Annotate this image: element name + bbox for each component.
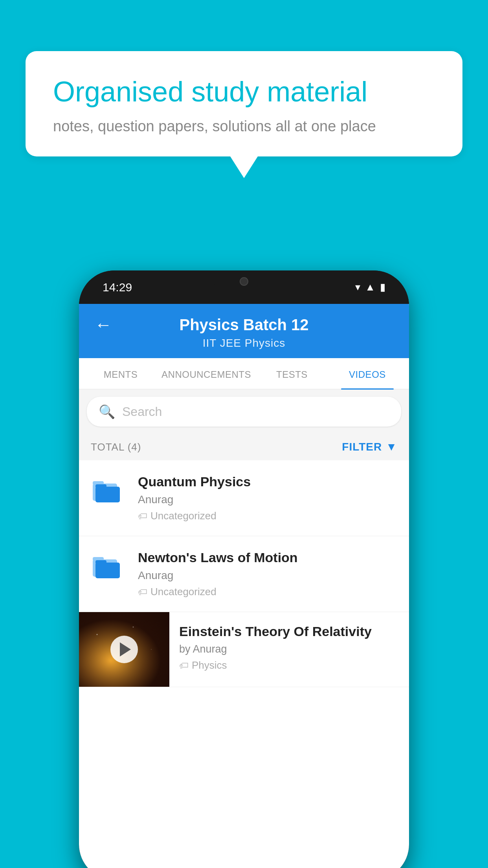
folder-icon-wrapper-2 [91,552,126,582]
video-author-1: Anurag [138,493,397,506]
video-title-2: Newton's Laws of Motion [138,550,397,565]
phone-status-icons: ▾ ▲ ▮ [355,281,385,293]
phone-status-bar: 14:29 ▾ ▲ ▮ [79,270,409,304]
app-title: Physics Batch 12 [179,316,308,334]
wifi-icon: ▾ [355,281,360,293]
svg-rect-7 [95,560,106,564]
tag-label-3: Physics [192,659,227,671]
folder-icon-wrapper [91,476,126,506]
search-bar[interactable]: 🔍 Search [87,397,401,427]
signal-icon: ▲ [365,281,375,293]
video-tag-3: 🏷 Physics [179,659,399,671]
phone-camera [240,277,248,286]
list-item[interactable]: Einstein's Theory Of Relativity by Anura… [79,612,409,687]
svg-rect-2 [95,487,120,502]
video-author-3: by Anurag [179,643,399,655]
app-header-row: ← Physics Batch 12 [95,315,393,335]
video-tag-2: 🏷 Uncategorized [138,586,397,598]
tag-icon-2: 🏷 [138,587,147,598]
filter-button[interactable]: FILTER ▼ [342,441,397,453]
svg-rect-6 [95,563,120,578]
folder-icon-2 [91,552,122,580]
phone-frame: 14:29 ▾ ▲ ▮ ← Physics Batch 12 IIT JEE P… [79,270,409,868]
speech-bubble-pointer [230,156,258,178]
phone-notch [213,270,275,292]
tab-tests[interactable]: TESTS [254,358,330,389]
tab-videos[interactable]: VIDEOS [330,358,405,389]
video-info-2: Newton's Laws of Motion Anurag 🏷 Uncateg… [138,550,397,598]
play-triangle-icon [120,642,131,657]
svg-rect-3 [95,484,106,488]
video-title-1: Quantum Physics [138,474,397,489]
speech-bubble-title: Organised study material [53,75,435,108]
play-button[interactable] [110,636,138,663]
status-time: 14:29 [103,281,132,294]
tag-label-2: Uncategorized [150,586,216,598]
video-list: Quantum Physics Anurag 🏷 Uncategorized [79,460,409,687]
app-header: ← Physics Batch 12 IIT JEE Physics [79,304,409,358]
speech-bubble-subtitle: notes, question papers, solutions all at… [53,118,435,135]
tabs-bar: MENTS ANNOUNCEMENTS TESTS VIDEOS [79,358,409,390]
search-icon: 🔍 [99,404,115,419]
folder-icon [91,476,122,504]
filter-row: TOTAL (4) FILTER ▼ [79,434,409,460]
tag-label-1: Uncategorized [150,510,216,522]
battery-icon: ▮ [380,281,385,293]
tab-announcements[interactable]: ANNOUNCEMENTS [158,358,254,389]
video-thumbnail-3[interactable] [79,612,169,687]
speech-bubble-card: Organised study material notes, question… [26,51,462,156]
video-title-3: Einstein's Theory Of Relativity [179,624,399,639]
video-author-2: Anurag [138,569,397,582]
search-input[interactable]: Search [122,405,162,419]
video-info-1: Quantum Physics Anurag 🏷 Uncategorized [138,474,397,522]
back-button[interactable]: ← [95,315,112,335]
tag-icon-3: 🏷 [179,660,189,671]
list-item[interactable]: Quantum Physics Anurag 🏷 Uncategorized [79,460,409,536]
list-item[interactable]: Newton's Laws of Motion Anurag 🏷 Uncateg… [79,536,409,612]
total-count: TOTAL (4) [91,441,141,453]
filter-funnel-icon: ▼ [386,441,397,453]
tag-icon-1: 🏷 [138,511,147,522]
speech-bubble-section: Organised study material notes, question… [26,51,462,178]
app-subtitle-tags: IIT JEE Physics [203,337,286,349]
tab-ments[interactable]: MENTS [83,358,158,389]
search-wrapper: 🔍 Search [79,390,409,434]
video-info-3: Einstein's Theory Of Relativity by Anura… [169,612,409,683]
filter-label: FILTER [342,441,382,453]
phone-screen: ← Physics Batch 12 IIT JEE Physics MENTS… [79,304,409,868]
video-tag-1: 🏷 Uncategorized [138,510,397,522]
